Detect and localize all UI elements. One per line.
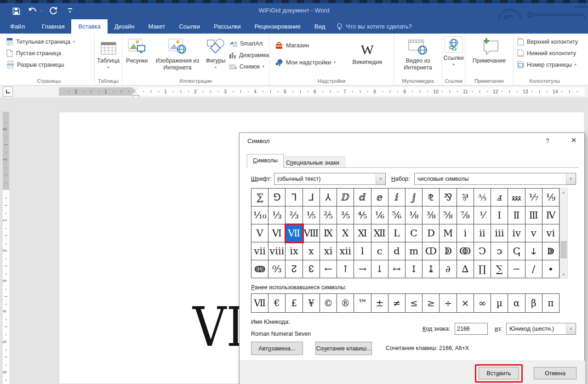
page-break-button[interactable]: Разрыв страницы [6,59,94,70]
symbol-cell[interactable]: Ⅹ [337,224,354,242]
symbol-cell[interactable]: ⅱ [474,224,491,242]
pictures-button[interactable]: Рисунки [122,36,152,64]
symbol-cell[interactable]: ⅉ [405,189,422,206]
set-combobox[interactable]: числовые символы ˅ [414,173,576,185]
set-dropdown-arrow-icon[interactable]: ˅ [566,173,576,184]
symbol-cell[interactable]: ↀ [422,242,440,260]
recent-symbol-cell[interactable]: α [508,294,525,313]
symbol-cell[interactable]: ↓ [371,260,388,278]
symbol-cell[interactable]: Ⅿ [440,224,457,242]
symbol-cell[interactable]: ⅅ [337,189,354,206]
store-button[interactable]: Магазин [275,40,348,51]
symbol-cell[interactable]: ⅃ [303,189,320,206]
customize-quick-access-button[interactable]: ▾ [65,6,75,16]
dialog-help-button[interactable]: ? [543,137,552,144]
symbol-cell[interactable]: ∕ [525,260,542,278]
symbol-cell[interactable]: ⅵ [542,224,559,242]
symbol-cell[interactable]: ⅼ [354,242,371,260]
symbol-cell[interactable]: ⅹ [303,242,320,260]
dialog-tab-symbols[interactable]: Символы [247,154,284,168]
symbol-cell[interactable]: ∂ [440,260,457,278]
symbol-cell[interactable]: Ⅽ [405,224,422,242]
symbol-cell[interactable]: ↅ [508,242,525,260]
symbol-cell[interactable]: ⅋ [440,189,457,206]
blank-page-button[interactable]: Пустая страница [6,48,94,58]
scroll-up-icon[interactable]: ˄ [560,189,567,196]
recent-symbol-cell[interactable]: ∞ [474,294,491,313]
symbol-cell[interactable]: ∏ [474,260,491,278]
symbol-cell[interactable]: ⅟ [474,206,491,224]
insert-button[interactable]: Вставить [479,367,519,379]
tab-review[interactable]: Рецензирование [247,19,307,34]
undo-dropdown-caret[interactable]: ▾ [40,9,42,13]
recent-symbol-cell[interactable]: ¥ [303,294,320,313]
symbol-cell[interactable]: ⅖ [320,206,337,224]
symbol-cell[interactable]: ⅎ [491,189,508,206]
symbol-cell[interactable]: ⅕ [303,206,320,224]
symbol-cell[interactable]: → [354,260,371,278]
symbol-cell[interactable]: ↑ [337,260,354,278]
scroll-down-icon[interactable]: ˅ [560,270,567,278]
symbol-cell[interactable]: ⅀ [251,189,268,206]
symbol-cell[interactable]: ↕ [405,260,422,278]
tab-home[interactable]: Главная [35,19,71,34]
recent-symbol-cell[interactable]: ≥ [422,294,440,313]
font-dropdown-arrow-icon[interactable]: ˅ [376,173,385,184]
undo-button[interactable] [28,6,38,16]
symbol-cell[interactable]: ⅘ [354,206,371,224]
recent-symbol-cell[interactable]: µ [491,294,508,313]
recent-symbol-cell[interactable]: ≠ [388,294,405,313]
autocorrect-button[interactable]: Автозамена... [251,342,303,355]
symbol-cell[interactable]: ⅓ [268,206,285,224]
symbol-cell[interactable]: Ⅰ [491,206,508,224]
symbol-cell[interactable]: ∑ [491,260,508,278]
symbol-cell[interactable]: ↊ [285,260,303,278]
tab-insert[interactable]: Вставка [71,19,107,34]
symbol-cell[interactable]: ⅂ [285,189,303,206]
symbol-cell[interactable]: Ↄ [474,242,491,260]
symbol-cell[interactable]: ↇ [542,242,559,260]
recent-symbol-cell[interactable]: × [457,294,474,313]
scrollbar-thumb[interactable] [560,241,567,258]
symbol-cell[interactable]: ⅞ [457,206,474,224]
symbol-cell[interactable]: ⅍ [474,189,491,206]
chart-button[interactable]: Диаграмма [229,50,269,60]
symbol-cell[interactable]: ∙ [542,260,559,278]
tell-me-box[interactable]: Что вы хотите сделать? [332,19,417,34]
symbol-cell[interactable]: Ⅴ [251,224,268,242]
font-combobox[interactable]: (обычный текст) ˅ [274,173,386,185]
symbol-cell[interactable]: ⅒ [251,206,268,224]
links-button[interactable]: Ссылки ▾ [442,36,465,67]
symbol-cell[interactable]: Ⅱ [508,206,525,224]
symbol-cell[interactable]: ⅶ [251,242,268,260]
shapes-button[interactable]: Фигуры ▾ [203,36,228,69]
comment-button[interactable]: Примечание [465,36,513,64]
symbol-cell[interactable]: ⅏ [508,189,525,206]
symbol-cell[interactable]: ⅷ [268,242,285,260]
symbol-cell[interactable]: ⅐ [525,189,542,206]
symbol-cell[interactable]: ⅜ [422,206,440,224]
symbol-cell-selected[interactable]: Ⅶ [285,224,303,242]
symbol-cell[interactable]: ⅺ [320,242,337,260]
recent-symbol-cell[interactable]: £ [285,294,303,313]
vertical-ruler[interactable]: 21123456 [3,112,9,384]
symbol-cell[interactable]: ⅰ [457,224,474,242]
from-combobox[interactable]: Юникод (шестн.) ˅ [506,323,576,335]
symbol-cell[interactable]: ⅸ [285,242,303,260]
cancel-button[interactable]: Отмена [534,367,577,379]
my-addins-button[interactable]: Мои надстройки▾ [275,57,348,68]
symbol-cell[interactable]: ↋ [303,260,320,278]
symbol-cell[interactable]: ⅛ [405,206,422,224]
tab-view[interactable]: Вид [308,19,332,34]
symbol-cell[interactable]: ↔ [388,260,405,278]
symbol-cell[interactable]: ⅿ [405,242,422,260]
screenshot-button[interactable]: Снимок▾ [229,61,269,72]
wikipedia-button[interactable]: W Википедия [348,36,387,66]
symbol-cell[interactable]: ⅾ [388,242,405,260]
symbol-cell[interactable]: ⅌ [457,189,474,206]
tab-design[interactable]: Дизайн [108,19,142,34]
symbol-cell[interactable]: ∆ [457,260,474,278]
header-button[interactable]: Верхний колонтиту [517,36,588,47]
symbol-cell[interactable]: ⅻ [337,242,354,260]
redo-button[interactable] [48,6,58,16]
